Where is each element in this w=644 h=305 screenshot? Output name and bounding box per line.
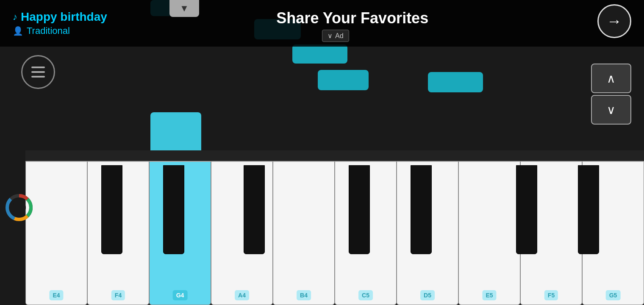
share-banner: Share Your Favorites	[276, 9, 428, 27]
black-key-fs5[interactable]	[516, 165, 537, 254]
song-author-text: Traditional	[27, 25, 70, 36]
progress-svg	[4, 193, 34, 222]
black-key-gs4[interactable]	[163, 165, 184, 254]
key-label-f4: F4	[111, 290, 125, 300]
key-label-e4: E4	[49, 290, 63, 300]
arrow-right-button[interactable]: →	[597, 4, 631, 38]
dropdown-arrow-button[interactable]: ▼	[169, 0, 199, 17]
key-label-d5: D5	[420, 290, 435, 300]
arrow-right-icon: →	[607, 12, 622, 30]
black-key-as4[interactable]	[244, 165, 265, 254]
black-key-cs5[interactable]	[349, 165, 370, 254]
falling-note-3	[292, 44, 347, 64]
key-label-g4: G4	[173, 290, 188, 300]
svg-point-5	[12, 201, 26, 214]
black-key-ds5[interactable]	[411, 165, 432, 254]
music-note-icon: ♪	[13, 11, 17, 22]
share-text: Share Your Favorites	[276, 9, 428, 27]
piano-app: ♪ Happy birthday 👤 Traditional Share You…	[0, 0, 644, 305]
song-title: ♪ Happy birthday	[13, 10, 107, 24]
key-label-c5: C5	[358, 290, 373, 300]
progress-donut	[4, 193, 34, 222]
falling-note-5	[428, 72, 483, 92]
ad-badge[interactable]: ∨ Ad	[322, 30, 349, 42]
menu-lines-icon	[31, 67, 45, 78]
nav-down-button[interactable]: ∨	[591, 95, 631, 125]
nav-up-button[interactable]: ∧	[591, 64, 631, 93]
white-key-b4[interactable]: B4	[273, 161, 335, 305]
key-label-b4: B4	[297, 290, 311, 300]
song-title-text: Happy birthday	[21, 10, 107, 24]
nav-down-icon: ∨	[607, 103, 616, 117]
white-key-e4[interactable]: E4	[25, 161, 87, 305]
nav-up-icon: ∧	[607, 72, 616, 86]
ad-chevron: ∨	[328, 32, 333, 40]
key-label-g5: G5	[606, 290, 621, 300]
falling-note-4	[318, 70, 369, 90]
key-label-e5: E5	[482, 290, 496, 300]
key-label-f5: F5	[544, 290, 558, 300]
song-info: ♪ Happy birthday 👤 Traditional	[13, 10, 107, 36]
key-label-a4: A4	[235, 290, 249, 300]
person-icon: 👤	[13, 26, 23, 36]
menu-button[interactable]	[21, 55, 55, 89]
keyboard-area: E4 F4 G4 A4 B4 C5 D5 E5	[25, 150, 644, 305]
black-key-gs5[interactable]	[578, 165, 599, 254]
dropdown-icon: ▼	[180, 3, 189, 14]
song-author: 👤 Traditional	[13, 25, 107, 36]
falling-note-active	[150, 112, 201, 155]
nav-buttons: ∧ ∨	[591, 64, 631, 125]
black-key-fs4[interactable]	[101, 165, 122, 254]
white-key-e5[interactable]: E5	[458, 161, 520, 305]
ad-label: Ad	[335, 32, 344, 40]
